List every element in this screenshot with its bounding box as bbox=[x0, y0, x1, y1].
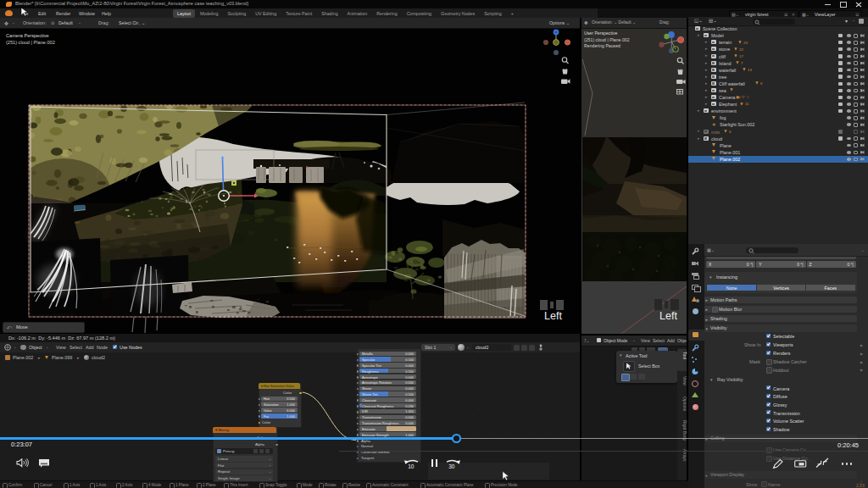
svg-text:30: 30 bbox=[448, 463, 455, 469]
svg-text:10: 10 bbox=[408, 463, 415, 469]
